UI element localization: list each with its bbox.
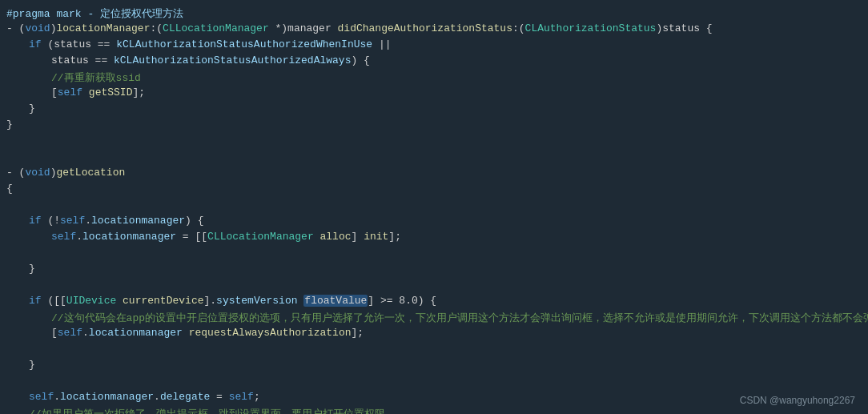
plain-token: status ==: [51, 54, 114, 66]
type-token: CLLocationManager: [163, 22, 269, 34]
code-line: {: [0, 183, 868, 199]
plain-token: :(: [512, 22, 525, 34]
code-line: //这句代码会在app的设置中开启位置授权的选项，只有用户选择了允许一次，下次用…: [0, 311, 868, 327]
plain-token: .: [82, 327, 89, 339]
plain-token: ].: [203, 295, 216, 307]
plain-token: {: [6, 183, 13, 195]
code-line: self.locationmanager = [[CLLocationManag…: [0, 231, 868, 247]
type-token: CLLocationManager: [207, 231, 314, 243]
watermark: CSDN @wangyuhong2267: [740, 395, 855, 406]
plain-token: [314, 231, 320, 243]
method-token: getSSID: [89, 86, 133, 98]
plain-token: ;: [254, 391, 260, 403]
code-line: [0, 247, 868, 263]
plain-token: ];: [352, 327, 364, 339]
method-token: alloc: [320, 231, 352, 243]
plain-token: - (: [6, 167, 25, 179]
comment-token: //这句代码会在app的设置中开启位置授权的选项，只有用户选择了允许一次，下次用…: [51, 312, 868, 324]
plain-token: (status ==: [42, 38, 117, 50]
plain-token: ];: [388, 231, 401, 243]
highlight-token: floatValue: [303, 295, 368, 307]
keyword-token: self: [51, 231, 76, 243]
plain-token: .: [154, 391, 160, 403]
code-line: if (!self.locationmanager) {: [0, 215, 868, 231]
code-line: [0, 135, 868, 151]
param-token: locationmanager: [91, 215, 185, 227]
keyword-token: if: [29, 38, 42, 50]
plain-token: }: [6, 119, 13, 131]
method-token: getLocation: [56, 167, 125, 179]
keyword-token: self: [60, 215, 85, 227]
param-token: kCLAuthorizationStatusAuthorizedWhenInUs…: [116, 38, 372, 50]
code-line: status == kCLAuthorizationStatusAuthoriz…: [0, 54, 868, 70]
plain-token: ||: [372, 38, 391, 50]
method-token: init: [364, 231, 388, 243]
code-line: if ([[UIDevice currentDevice].systemVers…: [0, 295, 868, 311]
code-line: }: [0, 359, 868, 375]
plain-token: = [[: [176, 231, 207, 243]
code-line: [self getSSID];: [0, 86, 868, 102]
code-line: }: [0, 119, 868, 135]
code-line: }: [0, 263, 868, 279]
plain-token: .: [54, 391, 60, 403]
keyword-token: void: [25, 22, 50, 34]
plain-token: ) {: [351, 54, 369, 66]
code-editor[interactable]: #pragma mark - 定位授权代理方法- (void)locationM…: [0, 0, 868, 414]
code-line: //如果用户第一次拒绝了，弹出提示框，跳到设置界面，要用户打开位置权限: [0, 407, 868, 414]
type-token: UIDevice: [66, 295, 116, 307]
keyword-token: void: [25, 167, 50, 179]
code-line: [0, 343, 868, 359]
plain-token: [116, 295, 123, 307]
code-line: [0, 375, 868, 391]
plain-token: }: [29, 102, 35, 115]
code-line: #pragma mark - 定位授权代理方法: [0, 6, 868, 22]
param-token: delegate: [160, 391, 210, 403]
method-token: didChangeAuthorizationStatus: [338, 22, 512, 34]
plain-token: ([[: [42, 295, 66, 307]
code-line: self.locationmanager.delegate = self;: [0, 391, 868, 407]
plain-token: .: [76, 231, 82, 243]
plain-token: :(: [150, 22, 163, 34]
code-line: if (status == kCLAuthorizationStatusAuth…: [0, 38, 868, 54]
pragma-token: #pragma mark - 定位授权代理方法: [6, 8, 183, 20]
comment-token: //如果用户第一次拒绝了，弹出提示框，跳到设置界面，要用户打开位置权限: [29, 408, 385, 414]
keyword-token: self: [29, 391, 54, 403]
plain-token: ] >= 8.0) {: [368, 295, 436, 307]
keyword-token: if: [29, 215, 42, 227]
code-line: [0, 199, 868, 215]
code-line: [0, 279, 868, 295]
keyword-token: self: [229, 391, 254, 403]
plain-token: )status {: [656, 22, 712, 34]
type-token: CLAuthorizationStatus: [525, 22, 657, 34]
plain-token: (!: [42, 215, 60, 227]
param-token: locationmanager: [60, 391, 154, 403]
code-line: - (void)getLocation: [0, 167, 868, 183]
param-token: systemVersion: [216, 295, 297, 307]
comment-token: //再重新获取ssid: [51, 72, 141, 84]
code-line: }: [0, 102, 868, 119]
plain-token: =: [210, 391, 228, 403]
code-line: //再重新获取ssid: [0, 70, 868, 86]
method-token: requestAlwaysAuthorization: [189, 327, 352, 339]
plain-token: [82, 86, 89, 98]
plain-token: [183, 327, 189, 339]
param-token: kCLAuthorizationStatusAuthorizedAlways: [114, 54, 351, 66]
plain-token: }: [29, 263, 35, 275]
code-line: [self.locationmanager requestAlwaysAutho…: [0, 327, 868, 343]
plain-token: - (: [6, 22, 25, 34]
keyword-token: self: [58, 86, 82, 98]
code-line: [0, 151, 868, 167]
plain-token: ]: [352, 231, 364, 243]
plain-token: [: [51, 86, 58, 98]
method-token: locationManager: [56, 22, 150, 34]
param-token: locationmanager: [89, 327, 183, 339]
plain-token: [: [51, 327, 58, 339]
param-token: locationmanager: [82, 231, 176, 243]
plain-token: }: [29, 359, 35, 371]
keyword-token: if: [29, 295, 42, 307]
method-token: currentDevice: [123, 295, 203, 307]
keyword-token: self: [58, 327, 82, 339]
plain-token: ) {: [185, 215, 203, 227]
plain-token: ];: [132, 86, 145, 98]
plain-token: .: [85, 215, 91, 227]
